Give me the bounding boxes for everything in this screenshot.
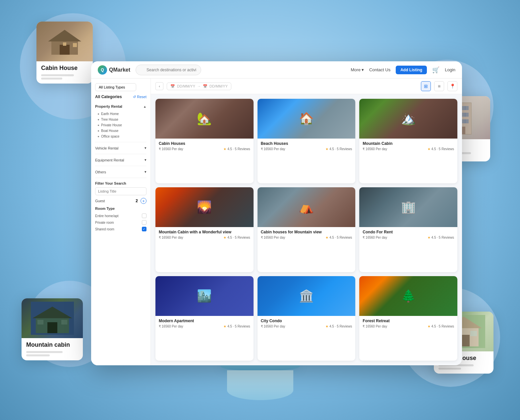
property-grid: 🏡 Cabin Houses ₹ 16560 Per day ★ 4.5 · 5… [151, 94, 462, 365]
property-rating-1: ★ 4.5 · 5 Reviews [223, 147, 250, 151]
listing-type-select[interactable]: All Listing Types Property Rental Vehicl… [95, 83, 136, 91]
room-option-entire-home[interactable]: Entire home/apt [95, 212, 146, 219]
svg-rect-8 [47, 322, 57, 333]
property-img-6: 🏢 [359, 187, 457, 227]
property-info-3: Mountain Cabin ₹ 16560 Per day ★ 4.5 · 5… [359, 139, 457, 153]
category-item-earth-home[interactable]: Earth Home [98, 111, 146, 117]
svg-rect-15 [465, 106, 469, 110]
chevron-vehicle: ▾ [144, 146, 146, 150]
nav-login[interactable]: Login [445, 67, 455, 72]
date-to: DD/MM/YY [209, 84, 228, 88]
property-card-9[interactable]: 🌲 Forest Retreat ₹ 16560 Per day ★ 4.5 ·… [359, 276, 457, 361]
mountain-cabin-bar2 [26, 354, 50, 356]
category-others[interactable]: Others ▾ [95, 168, 146, 176]
property-rating-6: ★ 4.5 · 5 Reviews [428, 236, 454, 239]
category-equipment-rental[interactable]: Equipment Rental ▾ [95, 156, 146, 164]
cabin-house-svg [45, 27, 85, 56]
guest-row: Guest 2 + [95, 198, 146, 204]
property-rating-5: ★ 4.5 · 5 Reviews [325, 236, 352, 239]
star-icon-5: ★ [325, 236, 328, 239]
star-icon-7: ★ [223, 325, 226, 328]
map-view-button[interactable]: 📍 [447, 81, 457, 91]
property-card-8[interactable]: 🏛️ City Condo ₹ 16560 Per day ★ 4.5 · 5 … [258, 276, 356, 361]
property-card-4[interactable]: 🌄 Mountain Cabin with a Wonderful view ₹… [155, 187, 254, 272]
floating-card-mountain-cabin[interactable]: Mountain cabin [22, 298, 83, 360]
cabin-house-bar1 [41, 74, 74, 76]
label-vehicle-rental: Vehicle Rental [95, 146, 118, 150]
property-card-3[interactable]: 🏔️ Mountain Cabin ₹ 16560 Per day ★ 4.5 … [359, 99, 457, 183]
property-img-7: 🏙️ [155, 276, 254, 316]
nav-more[interactable]: More ▾ [351, 67, 364, 72]
guest-plus-button[interactable]: + [141, 198, 146, 204]
cart-icon[interactable]: 🛒 [432, 66, 439, 74]
category-item-tree-house[interactable]: Tree House [98, 117, 146, 122]
property-card-1[interactable]: 🏡 Cabin Houses ₹ 16560 Per day ★ 4.5 · 5… [155, 99, 254, 183]
property-name-8: City Condo [261, 319, 352, 323]
search-input[interactable] [136, 65, 201, 75]
nav-links: More ▾ Contact Us Add Listing 🛒 Login [351, 66, 455, 74]
property-name-7: Modern Apartment [159, 319, 250, 323]
room-option-private-label: Private room [95, 221, 114, 224]
cabin-house-bar2 [41, 78, 62, 80]
date-from: DD/MM/YY [177, 84, 195, 88]
property-card-7[interactable]: 🏙️ Modern Apartment ₹ 16560 Per day ★ 4.… [155, 276, 254, 361]
property-card-6[interactable]: 🏢 Condo For Rent ₹ 16560 Per day ★ 4.5 ·… [359, 187, 457, 272]
property-name-9: Forest Retreat [363, 319, 454, 323]
label-office-space: Office space [101, 135, 119, 138]
rating-value-3: 4.5 · 5 Reviews [432, 147, 454, 151]
property-name-2: Beach Houses [261, 141, 352, 146]
property-rating-4: ★ 4.5 · 5 Reviews [223, 236, 250, 239]
floating-card-cabin-house[interactable]: Cabin House [36, 22, 93, 84]
property-name-3: Mountain Cabin [363, 141, 454, 146]
reset-button[interactable]: ↺ Reset [133, 95, 146, 99]
star-icon-4: ★ [223, 236, 226, 239]
rating-value-6: 4.5 · 5 Reviews [432, 236, 454, 239]
grid-view-button[interactable]: ⊞ [421, 81, 431, 91]
sidebar-divider-1 [95, 142, 146, 142]
svg-rect-18 [465, 113, 469, 117]
dot-boat-house [98, 130, 99, 132]
svg-marker-1 [48, 30, 81, 41]
property-info-2: Beach Houses ₹ 16560 Per day ★ 4.5 · 5 R… [258, 139, 356, 153]
label-private-house: Private House [101, 123, 122, 127]
property-price-8: ₹ 16560 Per day [261, 325, 285, 328]
property-price-7: ₹ 16560 Per day [159, 325, 183, 328]
cabin-house-body: Cabin House [36, 61, 93, 84]
chevron-equipment: ▾ [144, 158, 146, 162]
category-item-private-house[interactable]: Private House [98, 122, 146, 128]
mountain-cabin-title: Mountain cabin [26, 341, 78, 348]
svg-rect-4 [73, 43, 77, 47]
main-content: All Listing Types Property Rental Vehicl… [91, 79, 462, 365]
rating-value-2: 4.5 · 5 Reviews [329, 147, 352, 151]
room-option-private[interactable]: Private room [95, 219, 146, 226]
category-item-boat-house[interactable]: Boat House [98, 128, 146, 134]
nav-contact[interactable]: Contact Us [369, 67, 390, 72]
add-listing-button[interactable]: Add Listing [396, 66, 427, 74]
property-rating-7: ★ 4.5 · 5 Reviews [223, 325, 250, 328]
category-vehicle-rental[interactable]: Vehicle Rental ▾ [95, 144, 146, 152]
pedestal-cylinder [227, 370, 293, 400]
list-view-button[interactable]: ≡ [434, 81, 444, 91]
date-range: 📅 DD/MM/YY → 📅 DD/MM/YY [167, 83, 231, 90]
dot-private-house [98, 125, 99, 126]
checkbox-entire-home[interactable] [142, 213, 146, 218]
checkbox-shared[interactable]: ✓ [142, 227, 146, 231]
room-option-shared[interactable]: Shared room ✓ [95, 226, 146, 232]
collapse-sidebar-button[interactable]: ‹ [155, 82, 163, 90]
property-price-row-7: ₹ 16560 Per day ★ 4.5 · 5 Reviews [159, 325, 250, 328]
property-img-4: 🌄 [155, 187, 254, 227]
listing-title-input[interactable] [95, 187, 146, 195]
guest-controls: 2 + [136, 198, 146, 204]
reset-label: Reset [137, 95, 146, 99]
nav-more-chevron: ▾ [362, 67, 364, 72]
checkbox-private[interactable] [142, 220, 146, 225]
property-card-5[interactable]: ⛺ Cabin houses for Mountain view ₹ 16560… [258, 187, 356, 272]
nav-bar: Q QMarket 🔍 More ▾ Contact Us Add Listin… [91, 61, 462, 79]
all-categories-label: All Categories [95, 94, 122, 99]
property-card-2[interactable]: 🏠 Beach Houses ₹ 16560 Per day ★ 4.5 · 5… [258, 99, 356, 183]
property-price-row-3: ₹ 16560 Per day ★ 4.5 · 5 Reviews [363, 147, 454, 151]
category-property-rental-header[interactable]: Property Rental ▲ [95, 103, 146, 110]
category-item-office-space[interactable]: Office space [98, 134, 146, 139]
mountain-cabin-image [22, 298, 83, 338]
property-price-9: ₹ 16560 Per day [363, 325, 387, 328]
